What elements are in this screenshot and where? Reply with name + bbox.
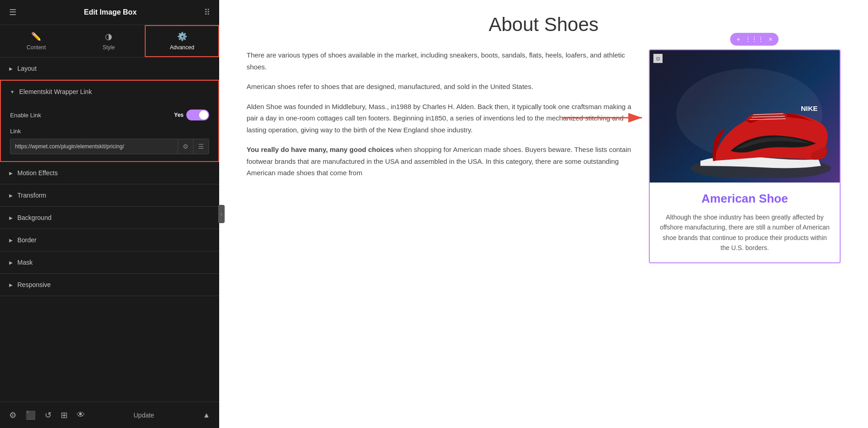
responsive-header[interactable]: ▶ Responsive <box>0 274 219 296</box>
panel-footer: ⚙ ⬛ ↺ ⊞ 👁 Update ▲ <box>0 402 219 428</box>
link-field-group: Link ⚙ ☰ <box>10 127 209 154</box>
resize-handle[interactable]: ⊡ <box>653 54 663 63</box>
layout-label: Layout <box>17 65 37 72</box>
tab-style[interactable]: ◑ Style <box>73 25 145 57</box>
shoe-svg: NIKE <box>658 55 831 178</box>
paragraph-1: There are various types of shoes availab… <box>247 49 635 73</box>
tab-advanced-label: Advanced <box>170 44 194 51</box>
link-label: Link <box>10 128 21 135</box>
wrapper-link-section: ▼ Elementskit Wrapper Link Enable Link Y… <box>0 80 219 162</box>
wrapper-link-arrow: ▼ <box>10 89 15 94</box>
motion-effects-arrow: ▶ <box>9 171 13 176</box>
footer-icons: ⚙ ⬛ ↺ ⊞ 👁 <box>9 410 85 420</box>
card-title: American Shoe <box>659 192 831 206</box>
responsive-footer-icon[interactable]: ⊞ <box>61 410 68 420</box>
border-section: ▶ Border <box>0 229 219 251</box>
motion-effects-header[interactable]: ▶ Motion Effects <box>0 162 219 184</box>
paragraph-4: You really do have many, many good choic… <box>247 144 635 179</box>
border-arrow: ▶ <box>9 238 13 243</box>
enable-link-row: Enable Link Yes <box>10 110 209 120</box>
mask-header[interactable]: ▶ Mask <box>0 251 219 273</box>
toggle-yes-label: Yes <box>174 112 184 118</box>
eye-icon[interactable]: 👁 <box>77 410 85 420</box>
move-button[interactable]: ⋮⋮⋮ <box>745 36 764 43</box>
motion-effects-section: ▶ Motion Effects <box>0 162 219 184</box>
transform-section: ▶ Transform <box>0 184 219 207</box>
wrapper-link-label: Elementskit Wrapper Link <box>19 88 92 95</box>
responsive-arrow: ▶ <box>9 282 13 287</box>
layout-arrow: ▶ <box>9 66 13 71</box>
tab-content[interactable]: ✏️ Content <box>0 25 73 57</box>
panel-header: ☰ Edit Image Box ⠿ <box>0 0 219 25</box>
content-layout: There are various types of shoes availab… <box>247 49 841 268</box>
mask-section: ▶ Mask <box>0 251 219 274</box>
link-settings-btn[interactable]: ⚙ <box>178 139 194 154</box>
paragraph-2: American shoes refer to shoes that are d… <box>247 81 635 93</box>
transform-header[interactable]: ▶ Transform <box>0 184 219 206</box>
link-dynamic-btn[interactable]: ☰ <box>194 139 209 154</box>
bold-text: You really do have many, many good choic… <box>247 146 394 153</box>
card-description: Although the shoe industry has been grea… <box>659 212 831 253</box>
panel-title: Edit Image Box <box>84 8 137 16</box>
layout-section: ▶ Layout <box>0 57 219 80</box>
transform-arrow: ▶ <box>9 193 13 198</box>
transform-label: Transform <box>17 192 46 199</box>
mask-label: Mask <box>17 259 32 266</box>
enable-link-label: Enable Link <box>10 112 41 119</box>
right-area: About Shoes There are various types of s… <box>219 0 868 428</box>
toggle-knob <box>199 110 208 120</box>
pencil-icon: ✏️ <box>31 31 41 42</box>
responsive-section: ▶ Responsive <box>0 274 219 296</box>
layers-icon[interactable]: ⬛ <box>26 410 36 420</box>
link-input[interactable] <box>11 140 178 153</box>
svg-text:NIKE: NIKE <box>801 104 818 112</box>
background-label: Background <box>17 214 52 221</box>
background-section: ▶ Background <box>0 207 219 229</box>
add-button[interactable]: + <box>736 36 740 43</box>
history-icon[interactable]: ↺ <box>45 410 52 420</box>
style-icon: ◑ <box>105 31 112 42</box>
floating-toolbar: + ⋮⋮⋮ × <box>730 33 779 46</box>
page-title: About Shoes <box>247 14 841 36</box>
grid-icon[interactable]: ⠿ <box>204 7 210 17</box>
tabs-bar: ✏️ Content ◑ Style ⚙️ Advanced <box>0 25 219 57</box>
enable-link-toggle[interactable] <box>186 110 209 120</box>
wrapper-link-content: Enable Link Yes Link <box>1 103 218 161</box>
mask-arrow: ▶ <box>9 260 13 265</box>
card-image: ⊡ <box>650 50 840 183</box>
image-box-card: ⊡ <box>649 49 841 263</box>
update-button[interactable]: Update <box>134 412 154 419</box>
hamburger-icon[interactable]: ☰ <box>9 7 16 17</box>
wrapper-link-header[interactable]: ▼ Elementskit Wrapper Link <box>1 81 218 103</box>
background-header[interactable]: ▶ Background <box>0 207 219 229</box>
image-box-container: + ⋮⋮⋮ × ⊡ <box>649 49 841 263</box>
text-column: There are various types of shoes availab… <box>247 49 635 268</box>
border-header[interactable]: ▶ Border <box>0 229 219 251</box>
gear-icon: ⚙️ <box>177 31 187 42</box>
right-column: + ⋮⋮⋮ × ⊡ <box>649 49 841 268</box>
card-body: American Shoe Although the shoe industry… <box>650 183 840 262</box>
panel-collapse-handle[interactable]: ‹ <box>218 205 225 223</box>
tab-style-label: Style <box>103 44 115 51</box>
close-toolbar-button[interactable]: × <box>768 36 772 43</box>
border-label: Border <box>17 236 37 244</box>
paragraph-3: Alden Shoe was founded in Middlebury, Ma… <box>247 101 635 136</box>
responsive-label: Responsive <box>17 281 51 288</box>
link-input-actions: ⚙ ☰ <box>178 139 209 154</box>
background-arrow: ▶ <box>9 215 13 220</box>
settings-footer-icon[interactable]: ⚙ <box>9 410 16 420</box>
motion-effects-label: Motion Effects <box>17 169 58 177</box>
tab-advanced[interactable]: ⚙️ Advanced <box>145 25 219 57</box>
link-input-wrapper: ⚙ ☰ <box>10 139 209 154</box>
layout-header[interactable]: ▶ Layout <box>0 57 219 79</box>
left-panel: ☰ Edit Image Box ⠿ ✏️ Content ◑ Style ⚙️… <box>0 0 219 428</box>
collapse-button[interactable]: ▲ <box>203 411 210 419</box>
toggle-wrapper[interactable]: Yes <box>174 110 209 120</box>
tab-content-label: Content <box>26 44 46 51</box>
panel-content: ▶ Layout ▼ Elementskit Wrapper Link Enab… <box>0 57 219 402</box>
